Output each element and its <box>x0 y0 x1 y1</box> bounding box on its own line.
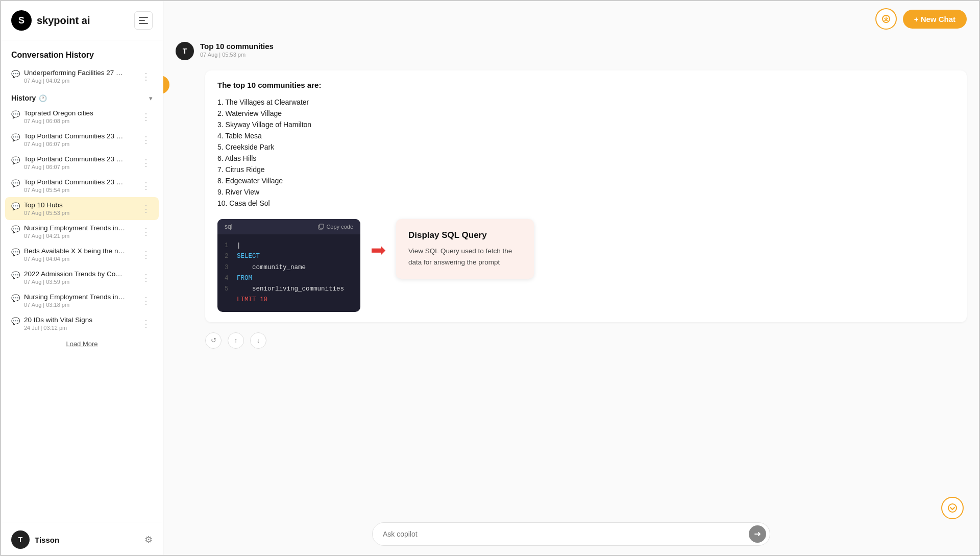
item-date: 07 Aug | 04:04 pm <box>24 256 139 262</box>
history-section-left: History 🕐 <box>11 94 47 102</box>
user-message-block: T Top 10 communities 07 Aug | 05:53 pm <box>176 42 967 60</box>
sidebar-toggle-button[interactable] <box>134 11 153 30</box>
sidebar-footer: T Tisson ⚙ <box>1 522 163 556</box>
code-text: seniorliving_communities LIMIT 10 <box>237 284 353 306</box>
logo-text: skypoint ai <box>37 15 90 27</box>
history-item-5[interactable]: 💬 Nursing Employment Trends in Se... 07 … <box>1 220 163 243</box>
code-line: 4 FROM <box>225 273 353 284</box>
thumbs-up-button[interactable]: ↑ <box>228 332 244 349</box>
chat-icon: 💬 <box>11 248 20 256</box>
download-button[interactable] <box>875 8 897 30</box>
arrow-indicator: ➡ <box>371 239 386 261</box>
code-text: community_name <box>237 262 306 273</box>
line-number: 2 <box>225 251 232 262</box>
recent-item-left: 💬 Underperforming Facilities 27 chara 07… <box>11 69 139 84</box>
community-list: 1. The Villages at Clearwater 2. Watervi… <box>217 96 954 209</box>
user-message-content: Top 10 communities 07 Aug | 05:53 pm <box>200 42 274 58</box>
send-button[interactable] <box>749 525 766 543</box>
history-item-9[interactable]: 💬 20 IDs with Vital Signs 24 Jul | 03:12… <box>1 312 163 335</box>
list-item: 5. Creekside Park <box>217 141 954 153</box>
sql-code-header: sql Copy code <box>217 219 360 234</box>
list-item: 7. Citrus Ridge <box>217 164 954 175</box>
item-title: Nursing Employment Trends in Se... <box>24 224 126 232</box>
chat-input[interactable] <box>372 522 770 546</box>
item-menu-icon[interactable]: ⋮ <box>139 70 153 83</box>
main-panel: + New Chat T Top 10 communities 07 Aug |… <box>163 1 979 555</box>
history-item-2[interactable]: 💬 Top Portland Communities 23 char... 07… <box>1 151 163 174</box>
item-title: Top Portland Communities 23 char... <box>24 132 126 140</box>
item-menu-icon[interactable]: ⋮ <box>139 110 153 124</box>
item-menu-icon[interactable]: ⋮ <box>139 156 153 170</box>
response-header: The top 10 communities are: <box>217 81 954 89</box>
item-menu-icon[interactable]: ⋮ <box>139 317 153 330</box>
logo-area: S skypoint ai <box>11 10 90 31</box>
history-item-0[interactable]: 💬 Toprated Oregon cities 07 Aug | 06:08 … <box>1 105 163 128</box>
item-date: 07 Aug | 05:53 pm <box>24 210 139 216</box>
chat-icon: 💬 <box>11 156 20 164</box>
item-title: 2022 Admission Trends by Comm... <box>24 270 126 278</box>
user-avatar: T <box>11 530 30 549</box>
sql-block-area: sql Copy code 1 | <box>217 219 954 312</box>
svg-rect-0 <box>139 17 148 18</box>
history-clock-icon: 🕐 <box>39 94 47 102</box>
line-number: 4 <box>225 273 232 284</box>
item-menu-icon[interactable]: ⋮ <box>139 294 153 307</box>
new-chat-button[interactable]: + New Chat <box>903 10 967 29</box>
history-item-3[interactable]: 💬 Top Portland Communities 23 char... 07… <box>1 174 163 197</box>
svg-rect-6 <box>320 224 324 228</box>
user-message-title: Top 10 communities <box>200 42 274 51</box>
line-number: 3 <box>225 262 232 273</box>
history-label: History <box>11 94 36 102</box>
svg-point-4 <box>163 80 165 89</box>
history-item-4-active[interactable]: 💬 Top 10 Hubs 07 Aug | 05:53 pm ⋮ <box>5 197 159 220</box>
item-title: Nursing Employment Trends in Se... <box>24 293 126 301</box>
item-title: Top Portland Communities 23 char... <box>24 178 126 186</box>
item-date: 07 Aug | 03:18 pm <box>24 302 139 308</box>
item-date: 07 Aug | 04:21 pm <box>24 233 139 239</box>
tooltip-title: Display SQL Query <box>408 230 522 240</box>
svg-rect-2 <box>139 23 148 24</box>
svg-point-7 <box>948 504 957 512</box>
history-item-7[interactable]: 💬 2022 Admission Trends by Comm... 07 Au… <box>1 266 163 289</box>
keyword: SELECT <box>237 251 260 262</box>
thumbs-down-button[interactable]: ↓ <box>250 332 266 349</box>
item-menu-icon[interactable]: ⋮ <box>139 225 153 238</box>
settings-icon[interactable]: ⚙ <box>144 534 153 545</box>
item-menu-icon[interactable]: ⋮ <box>139 248 153 261</box>
scroll-to-bottom-button[interactable] <box>941 497 964 519</box>
history-item-1[interactable]: 💬 Top Portland Communities 23 char... 07… <box>1 128 163 151</box>
chat-icon: 💬 <box>11 271 20 279</box>
item-menu-icon[interactable]: ⋮ <box>139 133 153 147</box>
item-title: 20 IDs with Vital Signs <box>24 316 126 324</box>
item-date: 24 Jul | 03:12 pm <box>24 325 139 331</box>
sql-code-block: sql Copy code 1 | <box>217 219 360 312</box>
chat-icon: 💬 <box>11 225 20 233</box>
history-item-8[interactable]: 💬 Nursing Employment Trends in Se... 07 … <box>1 289 163 312</box>
sidebar-header: S skypoint ai <box>1 1 163 40</box>
chat-icon: 💬 <box>11 294 20 302</box>
item-text-block: Underperforming Facilities 27 chara 07 A… <box>24 69 139 84</box>
list-item: 3. Skyway Village of Hamilton <box>217 119 954 130</box>
copy-code-button[interactable]: Copy code <box>318 224 353 230</box>
item-date: 07 Aug | 04:02 pm <box>24 78 139 84</box>
ai-response-block: The top 10 communities are: 1. The Villa… <box>205 70 967 322</box>
item-title: Beds Available X X being the numb... <box>24 247 126 255</box>
refresh-button[interactable]: ↺ <box>205 332 222 349</box>
sidebar: S skypoint ai Conversation History 💬 Und… <box>1 1 163 556</box>
history-chevron-icon[interactable]: ▾ <box>149 94 153 102</box>
user-message-avatar: T <box>176 42 194 60</box>
chat-icon: 💬 <box>11 202 20 210</box>
history-item-6[interactable]: 💬 Beds Available X X being the numb... 0… <box>1 243 163 266</box>
item-title: Underperforming Facilities 27 chara <box>24 69 126 77</box>
list-item: 9. River View <box>217 186 954 198</box>
item-menu-icon[interactable]: ⋮ <box>139 202 153 215</box>
copy-label: Copy code <box>326 224 353 230</box>
history-section-header: History 🕐 ▾ <box>1 88 163 105</box>
item-menu-icon[interactable]: ⋮ <box>139 271 153 284</box>
item-menu-icon[interactable]: ⋮ <box>139 179 153 192</box>
chat-bubble-icon: 💬 <box>11 70 20 78</box>
line-number: 1 <box>225 240 232 251</box>
load-more-button[interactable]: Load More <box>1 335 163 353</box>
ai-response-wrapper: The top 10 communities are: 1. The Villa… <box>176 70 967 322</box>
recent-chat-item[interactable]: 💬 Underperforming Facilities 27 chara 07… <box>1 65 163 88</box>
